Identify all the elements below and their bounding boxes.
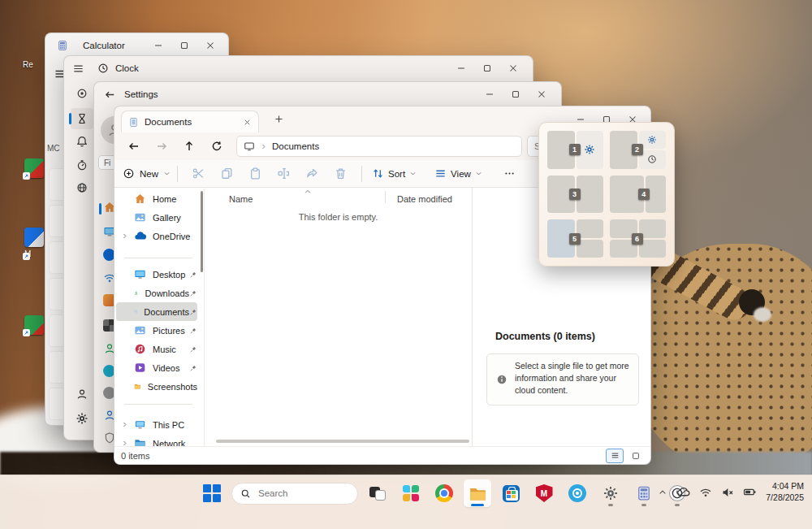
microsoft-store-button[interactable] xyxy=(497,479,525,507)
start-button[interactable] xyxy=(198,479,226,507)
sidebar-item-downloads[interactable]: Downloads xyxy=(116,284,197,302)
sidebar-label: Videos xyxy=(153,363,179,373)
clock-minimize-button[interactable] xyxy=(448,58,474,79)
blue-app-button[interactable] xyxy=(564,479,591,507)
nav-back-icon[interactable] xyxy=(127,140,140,153)
chevron-down-icon xyxy=(163,170,171,177)
nav-refresh-icon[interactable] xyxy=(210,140,223,153)
alarm-icon[interactable] xyxy=(76,135,89,148)
shortcut-arrow-icon xyxy=(23,329,30,336)
clock-menu-button[interactable] xyxy=(72,63,84,75)
sidebar-item-pictures[interactable]: Pictures xyxy=(116,321,197,340)
battery-icon[interactable] xyxy=(743,485,757,499)
cut-icon[interactable] xyxy=(192,167,205,180)
snap-layout-5[interactable]: 5 xyxy=(547,219,603,258)
column-divider[interactable] xyxy=(385,191,386,203)
calculator-memory-clear-button[interactable]: MC xyxy=(47,144,60,153)
chrome-button[interactable] xyxy=(430,479,458,507)
horizontal-scrollbar[interactable] xyxy=(216,440,469,443)
nav-up-icon[interactable] xyxy=(183,140,196,153)
desktop-shortcut-3[interactable] xyxy=(24,315,44,335)
sidebar-item-videos[interactable]: Videos xyxy=(116,358,197,377)
details-title: Documents (0 items) xyxy=(495,331,595,342)
desktop-shortcut-1[interactable] xyxy=(24,158,44,178)
column-header-name[interactable]: Name xyxy=(229,194,253,204)
wifi-tray-icon[interactable] xyxy=(699,486,712,499)
tray-clock[interactable]: 4:04 PM 7/28/2025 xyxy=(766,481,804,503)
sidebar-item-onedrive[interactable]: OneDrive xyxy=(116,227,197,245)
shortcut-arrow-icon xyxy=(23,253,30,260)
folder-icon xyxy=(134,380,141,392)
settings-close-button[interactable] xyxy=(529,84,555,105)
sidebar-item-this-pc[interactable]: This PC xyxy=(116,415,197,434)
new-tab-button[interactable] xyxy=(274,114,284,124)
timer-icon[interactable] xyxy=(76,112,89,125)
settings-minimize-button[interactable] xyxy=(477,84,503,105)
task-view-button[interactable] xyxy=(364,479,391,507)
settings-maximize-button[interactable] xyxy=(503,84,529,105)
details-view-toggle[interactable] xyxy=(606,449,624,463)
details-info-text: Select a single file to get more informa… xyxy=(515,360,632,397)
sidebar-item-home[interactable]: Home xyxy=(116,189,197,208)
snap-layout-1[interactable]: 1 xyxy=(547,131,603,169)
file-explorer-button[interactable] xyxy=(464,479,491,507)
running-indicator xyxy=(471,504,484,506)
calculator-close-button[interactable] xyxy=(197,35,223,56)
pictures-icon xyxy=(134,324,146,336)
search-input[interactable] xyxy=(257,488,341,499)
large-icons-view-toggle[interactable] xyxy=(628,449,644,462)
world-clock-icon[interactable] xyxy=(76,181,89,194)
volume-muted-icon[interactable] xyxy=(721,486,734,499)
pin-icon xyxy=(189,289,197,297)
desktop-screen: Re M Calculator xyxy=(0,0,812,529)
settings-taskbar-button[interactable] xyxy=(597,479,624,507)
new-button[interactable]: New xyxy=(123,167,171,180)
sort-button[interactable]: Sort xyxy=(372,167,417,180)
calculator-minimize-button[interactable] xyxy=(145,35,171,56)
taskbar-search-box[interactable] xyxy=(231,483,358,505)
delete-icon[interactable] xyxy=(334,167,348,180)
sidebar-item-desktop[interactable]: Desktop xyxy=(116,265,197,284)
explorer-tab-documents[interactable]: Documents xyxy=(121,111,259,132)
calculator-maximize-button[interactable] xyxy=(171,35,197,56)
recycle-bin-label[interactable]: Re xyxy=(23,60,33,69)
onedrive-tray-icon[interactable] xyxy=(676,485,690,499)
tab-title: Documents xyxy=(145,117,192,127)
clock-maximize-button[interactable] xyxy=(474,58,500,79)
pin-icon xyxy=(189,327,197,335)
sidebar-item-screenshots[interactable]: Screenshots xyxy=(116,377,197,396)
clock-settings-icon[interactable] xyxy=(76,412,89,425)
sidebar-item-documents[interactable]: Documents xyxy=(116,302,197,321)
sidebar-scrollbar[interactable] xyxy=(201,191,203,272)
column-header-date[interactable]: Date modified xyxy=(397,194,452,204)
breadcrumb[interactable]: Documents xyxy=(272,141,319,151)
snap-layout-6[interactable]: 6 xyxy=(610,219,666,258)
address-bar[interactable]: Documents xyxy=(236,136,522,157)
share-icon[interactable] xyxy=(305,167,319,180)
more-options-icon[interactable] xyxy=(503,167,516,180)
desktop-shortcut-2[interactable]: M xyxy=(24,228,44,258)
snap-layout-2[interactable]: 2 xyxy=(610,131,666,169)
nav-forward-icon[interactable] xyxy=(155,140,168,153)
tray-chevron-up-icon[interactable] xyxy=(658,488,667,497)
account-icon[interactable] xyxy=(76,388,89,401)
settings-back-button[interactable] xyxy=(104,89,116,101)
snap-layouts-flyout: 1 2 3 4 5 xyxy=(538,122,675,267)
copy-icon[interactable] xyxy=(220,167,234,180)
sidebar-item-music[interactable]: Music xyxy=(116,340,197,358)
rename-icon[interactable] xyxy=(277,167,291,180)
clock-close-button[interactable] xyxy=(500,58,526,79)
onedrive-icon xyxy=(134,230,146,242)
sidebar-item-gallery[interactable]: Gallery xyxy=(116,208,197,227)
slack-button[interactable] xyxy=(397,479,425,507)
calculator-taskbar-button[interactable] xyxy=(630,479,658,507)
snap-layout-4[interactable]: 4 xyxy=(610,176,666,214)
tab-close-icon[interactable] xyxy=(243,118,252,127)
view-button[interactable]: View xyxy=(434,167,482,180)
mcafee-button[interactable]: M xyxy=(530,479,558,507)
focus-sessions-icon[interactable] xyxy=(76,87,89,100)
desktop-icon xyxy=(134,268,146,280)
snap-layout-3[interactable]: 3 xyxy=(547,176,603,214)
stopwatch-icon[interactable] xyxy=(76,158,89,171)
paste-icon[interactable] xyxy=(248,167,262,180)
